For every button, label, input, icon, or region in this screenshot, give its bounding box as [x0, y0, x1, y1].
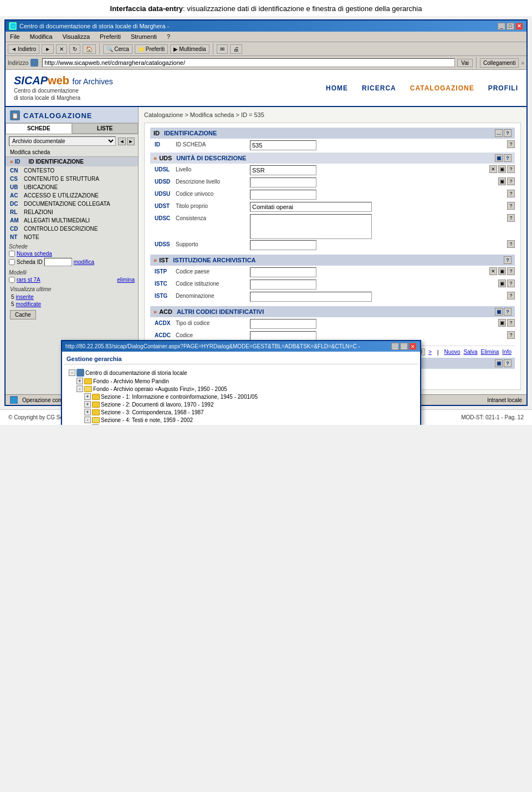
- acdc-help-btn[interactable]: ?: [507, 331, 515, 339]
- multimedia-button[interactable]: ▶ Multimedia: [170, 44, 209, 54]
- uds-btn2[interactable]: ?: [504, 154, 511, 162]
- ist-help-btn[interactable]: ?: [504, 256, 511, 264]
- udsl-input[interactable]: [250, 165, 316, 175]
- scheda-id-checkbox[interactable]: [9, 259, 15, 265]
- nav-nuovo-btn[interactable]: Nuovo: [444, 349, 461, 355]
- sidebar-rl[interactable]: RL RELAZIONI: [6, 208, 138, 216]
- udsu-help-btn[interactable]: ?: [507, 190, 515, 197]
- back-button[interactable]: ◄ Indietro: [8, 44, 39, 54]
- id-section-btn2[interactable]: ?: [504, 129, 511, 137]
- id-scheda-btn[interactable]: ?: [507, 140, 515, 148]
- sidebar-dc[interactable]: DC DOCUMENTAZIONE COLLEGATA: [6, 200, 138, 208]
- elimina-btn[interactable]: elimina: [117, 277, 135, 283]
- udsu-input[interactable]: [250, 190, 316, 200]
- cache-button[interactable]: Cache: [10, 310, 36, 319]
- atl-icon-btn[interactable]: ▣: [495, 359, 503, 367]
- udss-input[interactable]: [250, 240, 316, 250]
- dialog-maximize[interactable]: □: [400, 343, 408, 350]
- istp-help-btn[interactable]: ?: [507, 267, 515, 275]
- archive-select[interactable]: Archivio documentale: [9, 136, 116, 146]
- archive-btn-1[interactable]: ◄: [118, 138, 126, 145]
- amina-expander[interactable]: +: [92, 424, 99, 425]
- tree-item-fondo-pandin[interactable]: + Fondo - Archivio Memo Pandin: [76, 377, 416, 385]
- nav-catalogazione[interactable]: CATALOGAZIONE: [410, 84, 474, 92]
- sidebar-nt[interactable]: NT NOTE: [6, 233, 138, 241]
- search-button[interactable]: 🔍 Cerca: [103, 44, 132, 54]
- tree-item-root[interactable]: - Centro di documentazione di storia loc…: [69, 368, 416, 377]
- forward-button[interactable]: ►: [42, 44, 54, 54]
- preferiti-button[interactable]: ⭐ Preferiti: [135, 44, 168, 54]
- minimize-button[interactable]: _: [498, 23, 505, 30]
- nav-next-btn[interactable]: >: [428, 349, 432, 355]
- udsd-icon-btn[interactable]: ▣: [498, 177, 506, 185]
- id-scheda-input[interactable]: [250, 140, 316, 150]
- menu-strumenti[interactable]: Strumenti: [129, 33, 159, 40]
- istc-icon-btn[interactable]: ▣: [498, 280, 506, 287]
- inserite-link[interactable]: inserite: [16, 294, 34, 300]
- home-button[interactable]: 🏠: [83, 44, 96, 54]
- menu-visualizza[interactable]: Visualizza: [60, 33, 92, 40]
- tree-item-fondo-finzi[interactable]: - Fondo - Archivio operaio «Augusto Finz…: [76, 385, 416, 393]
- istg-help-btn[interactable]: ?: [507, 292, 515, 299]
- udsc-help-btn[interactable]: ?: [507, 214, 515, 222]
- udss-help-btn[interactable]: ?: [507, 240, 515, 248]
- mail-button[interactable]: ✉: [217, 44, 228, 54]
- acdx-input[interactable]: [250, 319, 316, 329]
- istc-help-btn[interactable]: ?: [507, 280, 515, 287]
- id-section-btn1[interactable]: ...: [495, 129, 503, 137]
- sidebar-cs[interactable]: CS CONTENUTO E STRUTTURA: [6, 175, 138, 183]
- istp-input[interactable]: [250, 267, 316, 277]
- menu-preferiti[interactable]: Preferiti: [98, 33, 123, 40]
- tree-sezione-4[interactable]: - Sezione - 4: Testi e note, 1959 - 2002: [84, 416, 416, 424]
- root-expander[interactable]: -: [69, 369, 75, 376]
- acd-help-btn[interactable]: ?: [504, 308, 511, 316]
- udsc-textarea[interactable]: [250, 214, 372, 239]
- acdx-help-btn[interactable]: ?: [507, 319, 515, 327]
- finzi-expander[interactable]: -: [76, 385, 83, 392]
- tree-view[interactable]: - Centro di documentazione di storia loc…: [64, 366, 418, 425]
- udst-input[interactable]: [250, 202, 372, 212]
- modelli-checkbox[interactable]: [9, 277, 15, 283]
- nav-profili[interactable]: PROFILI: [488, 84, 518, 92]
- istp-x-btn[interactable]: ✕: [489, 267, 497, 275]
- nav-salva-btn[interactable]: Salva: [464, 349, 478, 355]
- tree-sezione-2[interactable]: + Sezione - 2: Documenti di lavoro, 1970…: [84, 400, 416, 408]
- go-button[interactable]: Vai: [457, 59, 473, 67]
- maximize-button[interactable]: □: [507, 23, 514, 30]
- udst-help-btn[interactable]: ?: [507, 202, 515, 210]
- udsl-icon-btn[interactable]: ▣: [498, 165, 506, 173]
- acdx-icon-btn[interactable]: ▣: [498, 319, 506, 327]
- modificate-link[interactable]: modificate: [16, 301, 42, 307]
- nuova-scheda-checkbox[interactable]: [9, 251, 15, 257]
- acd-icon-btn[interactable]: ▣: [495, 308, 503, 316]
- istg-input[interactable]: [250, 292, 372, 302]
- modelli-item-link[interactable]: rars st 7A: [17, 277, 40, 283]
- menu-help[interactable]: ?: [165, 33, 172, 40]
- udsl-x-btn[interactable]: ✕: [489, 165, 497, 173]
- scheda-id-input[interactable]: [44, 258, 72, 266]
- tree-sottosez-amina[interactable]: + Sottosezione - Amina - Amici della nat…: [92, 424, 416, 425]
- sidebar-cn-contesto[interactable]: CN CONTESTO: [6, 166, 138, 175]
- nav-info-btn[interactable]: Info: [502, 349, 511, 355]
- udsl-help-btn[interactable]: ?: [507, 165, 515, 173]
- close-button[interactable]: ✕: [515, 23, 523, 30]
- collegamenti-button[interactable]: Collegamenti: [480, 58, 519, 68]
- udsd-input[interactable]: [250, 177, 316, 187]
- nav-elimina-btn[interactable]: Elimina: [481, 349, 499, 355]
- sidebar-id-identificazione[interactable]: » ID ID IDENTIFICAZIONE: [6, 156, 138, 166]
- istc-input[interactable]: [250, 280, 316, 290]
- tab-schede[interactable]: SCHEDE: [6, 123, 72, 134]
- istp-icon-btn[interactable]: ▣: [498, 267, 506, 275]
- sez3-expander[interactable]: +: [84, 409, 91, 415]
- sidebar-ub[interactable]: UB UBICAZIONE: [6, 183, 138, 191]
- menu-file[interactable]: File: [8, 33, 22, 40]
- menu-modifica[interactable]: Modifica: [28, 33, 55, 40]
- modifica-btn[interactable]: modifica: [74, 259, 94, 265]
- nav-home[interactable]: HOME: [326, 84, 348, 92]
- address-input[interactable]: [42, 58, 455, 67]
- dialog-close[interactable]: ✕: [409, 343, 417, 350]
- refresh-button[interactable]: ↻: [69, 44, 80, 54]
- udsd-help-btn[interactable]: ?: [507, 177, 515, 185]
- tree-sezione-3[interactable]: + Sezione - 3: Corrispondenza, 1968 - 19…: [84, 408, 416, 416]
- sidebar-cd[interactable]: CD CONTROLLO DESCRIZIONE: [6, 225, 138, 233]
